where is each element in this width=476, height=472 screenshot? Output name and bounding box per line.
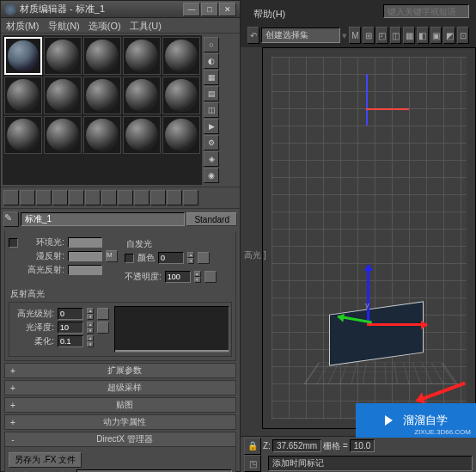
- spinner-arrows-icon[interactable]: ▴▾: [87, 335, 94, 347]
- rollout-directx[interactable]: -DirectX 管理器: [4, 432, 236, 447]
- self-illum-spinner[interactable]: [158, 252, 184, 264]
- material-id-button[interactable]: [118, 190, 133, 205]
- sample-slot[interactable]: [162, 116, 200, 154]
- tool-btn-2[interactable]: ⊞: [363, 27, 375, 44]
- sample-slot[interactable]: [123, 77, 161, 114]
- soften-spinner[interactable]: [58, 335, 83, 347]
- show-end-result-button[interactable]: [150, 190, 166, 205]
- sample-slot[interactable]: [4, 77, 42, 114]
- time-config-icon[interactable]: ◳: [244, 455, 261, 472]
- sample-slot[interactable]: [44, 37, 82, 75]
- main-toolbar: ↶ ▾ M ⊞ ◰ ◫ ▦ ◧ ▣ ◩ ⊡: [247, 26, 469, 45]
- keyword-search-input[interactable]: [383, 4, 469, 18]
- tool-btn-8[interactable]: ◩: [443, 27, 455, 44]
- gizmo-x-axis[interactable]: [367, 323, 427, 326]
- go-forward-button[interactable]: [183, 190, 198, 205]
- opacity-spinner[interactable]: [165, 271, 191, 283]
- background-button[interactable]: ▦: [204, 70, 219, 85]
- diffuse-swatch[interactable]: [68, 251, 102, 261]
- menu-options[interactable]: 选项(O): [88, 20, 121, 31]
- ambient-swatch[interactable]: [68, 237, 102, 248]
- select-by-mat-button[interactable]: ◈: [204, 151, 219, 167]
- go-parent-button[interactable]: [167, 190, 182, 205]
- sample-type-button[interactable]: ○: [204, 37, 219, 52]
- sample-slot[interactable]: [4, 116, 42, 154]
- spec-level-spinner[interactable]: [58, 308, 83, 320]
- assign-to-sel-button[interactable]: [36, 190, 52, 205]
- sample-slot[interactable]: [44, 77, 82, 114]
- viewport[interactable]: y: [262, 47, 476, 429]
- gloss-spinner[interactable]: [58, 322, 83, 334]
- sample-slot[interactable]: [44, 116, 82, 154]
- selection-set-combo[interactable]: [261, 28, 341, 43]
- show-in-viewport-button[interactable]: [134, 190, 150, 205]
- make-unique-button[interactable]: [85, 190, 101, 205]
- tool-btn-3[interactable]: ◰: [376, 27, 388, 44]
- tool-btn-4[interactable]: ◫: [390, 27, 402, 44]
- material-type-button[interactable]: Standard: [186, 212, 237, 226]
- reset-button[interactable]: [52, 190, 68, 205]
- minimize-button[interactable]: —: [183, 3, 200, 16]
- status-lock-icon[interactable]: 🔒: [244, 438, 261, 455]
- rollout-extended[interactable]: +扩展参数: [4, 363, 236, 378]
- menu-navigate[interactable]: 导航(N): [48, 20, 80, 31]
- options-button[interactable]: ⚙: [204, 135, 219, 150]
- specular-swatch[interactable]: [68, 265, 102, 275]
- sample-slot[interactable]: [83, 37, 121, 75]
- gloss-map-button[interactable]: [97, 322, 109, 334]
- spinner-arrows-icon[interactable]: ▴▾: [87, 308, 94, 320]
- specular-label: 高光反射:: [21, 264, 64, 276]
- sample-slot[interactable]: [83, 116, 121, 154]
- sample-slot[interactable]: [123, 116, 161, 154]
- put-to-lib-button[interactable]: [101, 190, 117, 205]
- sample-slot[interactable]: [162, 37, 200, 75]
- rollout-maps[interactable]: +贴图: [4, 397, 236, 413]
- sample-slots-grid: [3, 35, 202, 185]
- rollout-dynamics[interactable]: +动力学属性: [4, 414, 236, 430]
- z-value-field[interactable]: 37.652mm: [272, 439, 321, 452]
- spinner-arrows-icon[interactable]: ▴▾: [187, 252, 194, 264]
- eyedropper-icon[interactable]: ✎: [3, 211, 19, 227]
- material-map-nav-button[interactable]: ◉: [204, 168, 219, 183]
- spinner-arrows-icon[interactable]: ▴▾: [87, 322, 94, 334]
- close-button[interactable]: ✕: [219, 3, 236, 16]
- sample-slot[interactable]: [4, 37, 42, 75]
- add-time-tag-field[interactable]: 添加时间标记: [268, 456, 473, 471]
- selected-plane-object[interactable]: y: [329, 308, 441, 377]
- right-panel-fragment-label: 高光 ]: [244, 249, 266, 261]
- sample-slot[interactable]: [83, 77, 121, 114]
- save-fx-button[interactable]: 另存为 .FX 文件: [9, 452, 82, 468]
- diffuse-map-button[interactable]: M: [106, 250, 118, 262]
- tool-btn-6[interactable]: ◧: [417, 27, 429, 44]
- spinner-arrows-icon[interactable]: ▴▾: [194, 271, 201, 283]
- material-name-input[interactable]: [21, 212, 185, 226]
- video-check-button[interactable]: ◫: [204, 102, 219, 118]
- undo-button[interactable]: ↶: [247, 27, 259, 44]
- tool-btn-9[interactable]: ⊡: [457, 27, 469, 44]
- rollout-supersample[interactable]: +超级采样: [4, 380, 236, 395]
- gizmo-z-axis[interactable]: [367, 265, 369, 325]
- tool-btn-7[interactable]: ▣: [430, 27, 442, 44]
- uv-tile-button[interactable]: ▤: [204, 86, 219, 101]
- get-material-button[interactable]: [3, 190, 19, 205]
- spec-level-map-button[interactable]: [97, 308, 109, 320]
- put-to-scene-button[interactable]: [20, 190, 35, 205]
- menu-tools[interactable]: 工具(U): [130, 20, 162, 31]
- self-illum-map-button[interactable]: [198, 252, 210, 264]
- sample-slot[interactable]: [123, 37, 161, 75]
- self-illum-color-checkbox[interactable]: [125, 254, 134, 263]
- menu-help[interactable]: 帮助(H): [253, 8, 285, 21]
- tool-btn-5[interactable]: ▦: [403, 27, 415, 44]
- sample-slot[interactable]: [162, 77, 200, 114]
- make-copy-button[interactable]: [69, 190, 84, 205]
- tool-btn-1[interactable]: M: [349, 27, 361, 44]
- opacity-map-button[interactable]: [204, 271, 217, 283]
- soften-label: 柔化:: [11, 335, 54, 347]
- watermark-badge: 溜溜自学 ZIXUE.3D66.COM: [356, 403, 476, 438]
- backlight-button[interactable]: ◐: [204, 53, 219, 69]
- menu-material[interactable]: 材质(M): [6, 20, 40, 31]
- titlebar[interactable]: 材质编辑器 - 标准_1 — □ ✕: [1, 1, 240, 18]
- ambient-lock-icon[interactable]: [9, 238, 18, 248]
- preview-button[interactable]: ▶: [204, 119, 219, 134]
- maximize-button[interactable]: □: [201, 3, 218, 16]
